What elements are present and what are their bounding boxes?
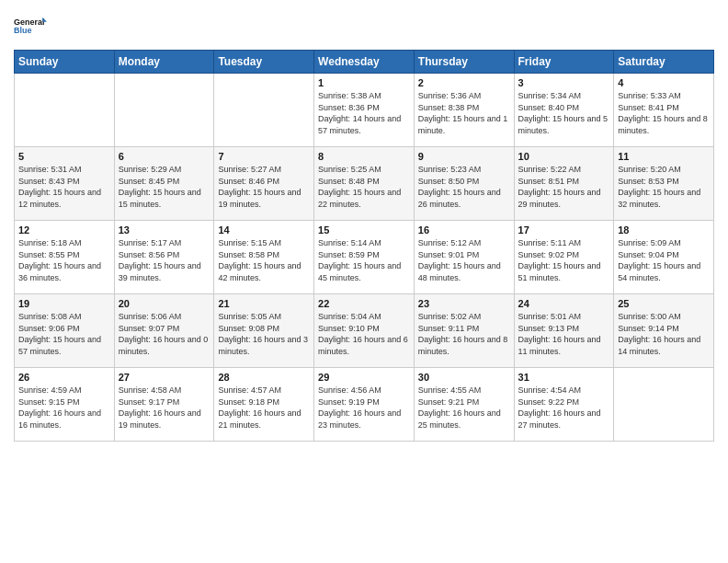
- day-info: Sunrise: 4:56 AMSunset: 9:19 PMDaylight:…: [318, 385, 410, 431]
- page: General Blue SundayMondayTuesdayWednesda…: [0, 0, 728, 563]
- calendar-cell: 20Sunrise: 5:06 AMSunset: 9:07 PMDayligh…: [114, 294, 214, 368]
- weekday-header-saturday: Saturday: [614, 51, 714, 74]
- day-number: 29: [318, 372, 410, 383]
- day-info: Sunrise: 5:11 AMSunset: 9:02 PMDaylight:…: [518, 237, 610, 283]
- day-number: 13: [119, 224, 210, 236]
- calendar-cell: 13Sunrise: 5:17 AMSunset: 8:56 PMDayligh…: [114, 221, 214, 294]
- calendar-cell: 14Sunrise: 5:15 AMSunset: 8:58 PMDayligh…: [214, 221, 314, 294]
- calendar-cell: [214, 74, 314, 147]
- logo-svg: General Blue: [14, 9, 47, 42]
- calendar-cell: 30Sunrise: 4:55 AMSunset: 9:21 PMDayligh…: [414, 368, 514, 442]
- calendar-cell: 3Sunrise: 5:34 AMSunset: 8:40 PMDaylight…: [514, 74, 614, 147]
- day-number: 16: [418, 224, 510, 236]
- day-number: 21: [218, 298, 310, 309]
- calendar-cell: 2Sunrise: 5:36 AMSunset: 8:38 PMDaylight…: [414, 74, 514, 147]
- day-number: 31: [518, 372, 610, 383]
- calendar-cell: 17Sunrise: 5:11 AMSunset: 9:02 PMDayligh…: [514, 221, 614, 294]
- calendar-cell: 26Sunrise: 4:59 AMSunset: 9:15 PMDayligh…: [15, 368, 115, 442]
- day-info: Sunrise: 4:57 AMSunset: 9:18 PMDaylight:…: [218, 385, 310, 431]
- calendar-cell: 15Sunrise: 5:14 AMSunset: 8:59 PMDayligh…: [314, 221, 415, 294]
- weekday-header-tuesday: Tuesday: [214, 51, 314, 74]
- day-number: 1: [318, 77, 410, 88]
- calendar-cell: 18Sunrise: 5:09 AMSunset: 9:04 PMDayligh…: [614, 221, 714, 294]
- day-number: 26: [18, 372, 110, 383]
- calendar-cell: 12Sunrise: 5:18 AMSunset: 8:55 PMDayligh…: [15, 221, 115, 294]
- day-number: 3: [518, 77, 610, 88]
- day-info: Sunrise: 4:55 AMSunset: 9:21 PMDaylight:…: [418, 385, 510, 431]
- day-info: Sunrise: 5:00 AMSunset: 9:14 PMDaylight:…: [618, 311, 710, 357]
- weekday-header-row: SundayMondayTuesdayWednesdayThursdayFrid…: [15, 51, 714, 74]
- calendar-cell: 28Sunrise: 4:57 AMSunset: 9:18 PMDayligh…: [214, 368, 314, 442]
- day-info: Sunrise: 5:17 AMSunset: 8:56 PMDaylight:…: [119, 237, 210, 283]
- day-number: 2: [418, 77, 510, 88]
- calendar-cell: 1Sunrise: 5:38 AMSunset: 8:36 PMDaylight…: [314, 74, 415, 147]
- day-info: Sunrise: 5:20 AMSunset: 8:53 PMDaylight:…: [618, 164, 710, 210]
- calendar-cell: 10Sunrise: 5:22 AMSunset: 8:51 PMDayligh…: [514, 147, 614, 221]
- calendar-cell: 7Sunrise: 5:27 AMSunset: 8:46 PMDaylight…: [214, 147, 314, 221]
- svg-text:Blue: Blue: [14, 26, 32, 35]
- calendar-cell: 31Sunrise: 4:54 AMSunset: 9:22 PMDayligh…: [514, 368, 614, 442]
- weekday-header-thursday: Thursday: [414, 51, 514, 74]
- svg-text:General: General: [14, 17, 45, 27]
- day-number: 5: [18, 151, 110, 162]
- day-number: 19: [18, 298, 110, 309]
- calendar-cell: 6Sunrise: 5:29 AMSunset: 8:45 PMDaylight…: [114, 147, 214, 221]
- day-info: Sunrise: 5:01 AMSunset: 9:13 PMDaylight:…: [518, 311, 610, 357]
- day-number: 15: [318, 224, 410, 236]
- day-number: 30: [418, 372, 510, 383]
- weekday-header-wednesday: Wednesday: [314, 51, 415, 74]
- day-info: Sunrise: 5:27 AMSunset: 8:46 PMDaylight:…: [218, 164, 310, 210]
- day-info: Sunrise: 5:25 AMSunset: 8:48 PMDaylight:…: [318, 164, 410, 210]
- day-info: Sunrise: 5:34 AMSunset: 8:40 PMDaylight:…: [518, 90, 610, 136]
- day-number: 12: [18, 224, 110, 236]
- week-row-2: 5Sunrise: 5:31 AMSunset: 8:43 PMDaylight…: [15, 147, 714, 221]
- day-info: Sunrise: 5:18 AMSunset: 8:55 PMDaylight:…: [18, 237, 110, 283]
- day-info: Sunrise: 4:58 AMSunset: 9:17 PMDaylight:…: [119, 385, 210, 431]
- week-row-4: 19Sunrise: 5:08 AMSunset: 9:06 PMDayligh…: [15, 294, 714, 368]
- day-info: Sunrise: 5:14 AMSunset: 8:59 PMDaylight:…: [318, 237, 410, 283]
- day-info: Sunrise: 5:31 AMSunset: 8:43 PMDaylight:…: [18, 164, 110, 210]
- day-number: 17: [518, 224, 610, 236]
- day-info: Sunrise: 5:05 AMSunset: 9:08 PMDaylight:…: [218, 311, 310, 357]
- calendar-cell: 27Sunrise: 4:58 AMSunset: 9:17 PMDayligh…: [114, 368, 214, 442]
- logo: General Blue: [14, 9, 47, 42]
- day-number: 28: [218, 372, 310, 383]
- calendar-cell: [614, 368, 714, 442]
- day-info: Sunrise: 4:54 AMSunset: 9:22 PMDaylight:…: [518, 385, 610, 431]
- day-number: 27: [119, 372, 210, 383]
- day-number: 18: [618, 224, 710, 236]
- calendar-table: SundayMondayTuesdayWednesdayThursdayFrid…: [14, 50, 714, 442]
- calendar-cell: 4Sunrise: 5:33 AMSunset: 8:41 PMDaylight…: [614, 74, 714, 147]
- day-number: 14: [218, 224, 310, 236]
- day-info: Sunrise: 5:12 AMSunset: 9:01 PMDaylight:…: [418, 237, 510, 283]
- day-info: Sunrise: 5:02 AMSunset: 9:11 PMDaylight:…: [418, 311, 510, 357]
- day-info: Sunrise: 5:36 AMSunset: 8:38 PMDaylight:…: [418, 90, 510, 136]
- day-info: Sunrise: 5:04 AMSunset: 9:10 PMDaylight:…: [318, 311, 410, 357]
- weekday-header-monday: Monday: [114, 51, 214, 74]
- calendar-cell: 19Sunrise: 5:08 AMSunset: 9:06 PMDayligh…: [15, 294, 115, 368]
- calendar-cell: [15, 74, 115, 147]
- day-number: 22: [318, 298, 410, 309]
- week-row-3: 12Sunrise: 5:18 AMSunset: 8:55 PMDayligh…: [15, 221, 714, 294]
- day-number: 9: [418, 151, 510, 162]
- day-info: Sunrise: 4:59 AMSunset: 9:15 PMDaylight:…: [18, 385, 110, 431]
- day-info: Sunrise: 5:29 AMSunset: 8:45 PMDaylight:…: [119, 164, 210, 210]
- calendar-cell: 8Sunrise: 5:25 AMSunset: 8:48 PMDaylight…: [314, 147, 415, 221]
- day-number: 6: [119, 151, 210, 162]
- header: General Blue: [14, 9, 714, 42]
- day-number: 23: [418, 298, 510, 309]
- day-number: 7: [218, 151, 310, 162]
- calendar-cell: 5Sunrise: 5:31 AMSunset: 8:43 PMDaylight…: [15, 147, 115, 221]
- day-info: Sunrise: 5:15 AMSunset: 8:58 PMDaylight:…: [218, 237, 310, 283]
- day-number: 10: [518, 151, 610, 162]
- calendar-cell: 11Sunrise: 5:20 AMSunset: 8:53 PMDayligh…: [614, 147, 714, 221]
- day-info: Sunrise: 5:23 AMSunset: 8:50 PMDaylight:…: [418, 164, 510, 210]
- day-number: 8: [318, 151, 410, 162]
- day-info: Sunrise: 5:08 AMSunset: 9:06 PMDaylight:…: [18, 311, 110, 357]
- day-info: Sunrise: 5:38 AMSunset: 8:36 PMDaylight:…: [318, 90, 410, 136]
- weekday-header-friday: Friday: [514, 51, 614, 74]
- day-number: 4: [618, 77, 710, 88]
- calendar-cell: 24Sunrise: 5:01 AMSunset: 9:13 PMDayligh…: [514, 294, 614, 368]
- calendar-cell: 21Sunrise: 5:05 AMSunset: 9:08 PMDayligh…: [214, 294, 314, 368]
- calendar-cell: 25Sunrise: 5:00 AMSunset: 9:14 PMDayligh…: [614, 294, 714, 368]
